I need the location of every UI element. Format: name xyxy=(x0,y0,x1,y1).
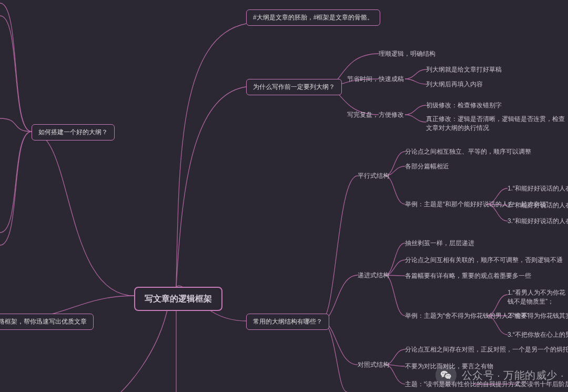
progressive-a: 抽丝剥茧一样，层层递进 xyxy=(405,239,474,248)
progressive-ex1: 1.“看男人为不为你花钱不是物质里”； xyxy=(508,288,568,306)
progressive-c: 各篇幅要有详有略，重要的观点着墨要多一些 xyxy=(405,272,531,280)
parallel-b: 各部分篇幅相近 xyxy=(405,162,449,171)
contrast-ex1: 2.爱读书十年后阶层跃迁、人 xyxy=(515,380,568,389)
node-common-structures-label: 常用的大纲结构有哪些？ xyxy=(253,318,322,325)
contrast-ex: 主题：“读书是最有性价比的自我提升方式” xyxy=(405,380,521,389)
node-why-outline-label: 为什么写作前一定要列大纲？ xyxy=(253,83,335,91)
parallel-a: 分论点之间相互独立、平等的，顺序可以调整 xyxy=(405,147,531,156)
progressive-name: 递进式结构 xyxy=(358,271,389,280)
root-label: 写文章的逻辑框架 xyxy=(145,294,212,303)
node-framework-pattern-label: 的套路框架，帮你迅速写出优质文章 xyxy=(0,318,87,325)
progressive-ex3: 3.“不把你放在心上的男人，跟了他 xyxy=(508,330,568,339)
node-tag-metaphor-label: #大纲是文章的胚胎，#框架是文章的骨骼。 xyxy=(253,14,373,21)
why-c: 写完复盘，方便修改 xyxy=(347,110,404,119)
progressive-ex2: 2.“舍不得为你花钱其实就是心疼钱 xyxy=(508,311,568,320)
node-framework-pattern[interactable]: 的套路框架，帮你迅速写出优质文章 xyxy=(0,314,94,330)
parallel-ex2: 2.“和能好好说话的人在一起 xyxy=(508,201,568,210)
contrast-name: 对照式结构 xyxy=(358,360,389,369)
why-c1: 初级修改：检查修改错别字 xyxy=(426,101,502,110)
why-c2: 真正修改：逻辑是否清晰，逻辑链是否连贯，检查文章对大纲的执行情况 xyxy=(426,115,566,133)
why-b2: 列大纲后再填入内容 xyxy=(426,80,483,89)
why-a: 理顺逻辑，明确结构 xyxy=(379,49,435,58)
node-common-structures[interactable]: 常用的大纲结构有哪些？ xyxy=(246,314,329,330)
contrast-a: 分论点互相之间存在对照，正反对照，一个是另一个的烘托论点 xyxy=(405,345,568,354)
why-b1: 列大纲就是给文章打好草稿 xyxy=(426,65,502,74)
node-how-build-outline[interactable]: 如何搭建一个好的大纲？ xyxy=(32,124,115,140)
why-b: 节省时间，快速成稿 xyxy=(347,75,404,84)
node-why-outline[interactable]: 为什么写作前一定要列大纲？ xyxy=(246,79,342,95)
node-tag-metaphor[interactable]: #大纲是文章的胚胎，#框架是文章的骨骼。 xyxy=(246,9,380,26)
parallel-ex3: 3.“和能好好说话的人在一起 xyxy=(508,217,568,226)
progressive-b: 分论点之间互相有关联的，顺序不可调整，否则逻辑不通 xyxy=(405,256,563,265)
contrast-b: 不要为对比而对比，要言之有物 xyxy=(405,362,493,371)
node-how-build-outline-label: 如何搭建一个好的大纲？ xyxy=(38,128,108,136)
root-node[interactable]: 写文章的逻辑框架 xyxy=(134,287,222,311)
parallel-ex1: 1.“和能好好说话的人在一起 xyxy=(508,184,568,193)
parallel-name: 平行式结构 xyxy=(358,172,389,180)
